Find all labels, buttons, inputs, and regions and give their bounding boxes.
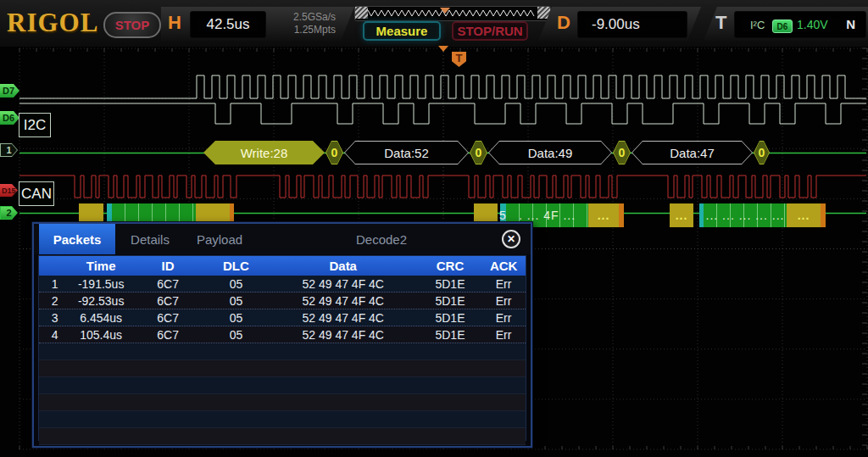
tab-packets[interactable]: Packets bbox=[39, 224, 115, 254]
acquisition-info: 2.5GSa/s 1.25Mpts bbox=[293, 11, 336, 36]
trigger-position-icon bbox=[440, 8, 450, 14]
can-decode-segment-yellow: ... bbox=[787, 203, 821, 227]
horizontal-settings[interactable]: H 42.5us 2.5GSa/s 1.25Mpts bbox=[161, 7, 354, 41]
table-cell: -191.5us bbox=[70, 277, 131, 291]
channel-tag-d15[interactable]: D15 bbox=[0, 184, 18, 197]
packet-table-body: 1-191.5us6C70552 49 47 4F 4C5D1EErr2-92.… bbox=[39, 276, 526, 445]
panel-tab-bar: PacketsDetailsPayloadDecode2 bbox=[34, 224, 531, 254]
table-cell: 5D1E bbox=[419, 328, 482, 342]
brand-logo: RIGOL bbox=[7, 8, 98, 38]
table-cell: 52 49 47 4F 4C bbox=[268, 277, 419, 291]
trigger-type: I²C bbox=[750, 19, 765, 31]
trigger-settings[interactable]: T I²C D6 1.40V N bbox=[704, 7, 868, 41]
i2c-decode-text: 0 bbox=[470, 142, 487, 164]
delay-box[interactable]: -9.00us bbox=[577, 11, 687, 38]
column-header-ack: ACK bbox=[481, 259, 526, 273]
top-bar: RIGOL STOP H 42.5us 2.5GSa/s 1.25Mpts Me… bbox=[0, 0, 868, 47]
can-decode-segment-green: ... ... ... ... ... bbox=[704, 203, 787, 227]
trigger-marker-icon[interactable]: T bbox=[452, 52, 466, 67]
i2c-decode-bubble-ack: 0 bbox=[326, 141, 343, 164]
channel-tag-d6[interactable]: D6 bbox=[0, 111, 19, 125]
table-cell: 52 49 47 4F 4C bbox=[268, 294, 419, 308]
trigger-box[interactable]: I²C D6 1.40V N bbox=[734, 11, 866, 38]
channel-tag-d7[interactable]: D7 bbox=[0, 84, 19, 98]
close-icon[interactable]: ✕ bbox=[502, 230, 520, 248]
table-cell: 05 bbox=[204, 328, 268, 342]
can-decode-segment-orange bbox=[619, 203, 624, 227]
table-cell: 5D1E bbox=[419, 277, 482, 291]
delay-settings[interactable]: D -9.00us bbox=[538, 7, 701, 41]
decode-table-panel: PacketsDetailsPayloadDecode2 ✕ TimeIDDLC… bbox=[32, 222, 532, 448]
can-decode-segment-yellow: ... bbox=[588, 203, 619, 227]
i2c-decode-bubble-ack: 0 bbox=[754, 141, 770, 164]
table-cell: Err bbox=[481, 328, 526, 342]
preview-zigzag bbox=[368, 7, 536, 20]
empty-table-row bbox=[39, 428, 526, 445]
i2c-decode-bubble-ack: 0 bbox=[470, 141, 487, 164]
i2c-decode-text: 0 bbox=[326, 142, 342, 164]
measure-button[interactable]: Measure bbox=[363, 21, 441, 41]
table-cell: 6.454us bbox=[70, 311, 131, 325]
i2c-decode-text: Write:28 bbox=[203, 141, 325, 164]
table-row[interactable]: 4105.4us6C70552 49 47 4F 4C5D1EErr bbox=[39, 326, 526, 343]
table-cell: 105.4us bbox=[70, 328, 131, 342]
table-cell: 2 bbox=[39, 294, 70, 308]
empty-table-row bbox=[39, 411, 526, 428]
tab-decode2[interactable]: Decode2 bbox=[349, 224, 414, 254]
waveform-preview-strip[interactable] bbox=[354, 6, 551, 21]
trigger-sweep-mode: N bbox=[846, 17, 855, 31]
oscilloscope-screen: RIGOL STOP H 42.5us 2.5GSa/s 1.25Mpts Me… bbox=[0, 0, 868, 457]
preview-left-cap bbox=[355, 7, 368, 19]
table-cell: 6C7 bbox=[131, 294, 204, 308]
table-cell: -92.53us bbox=[70, 294, 131, 308]
table-cell: 4 bbox=[39, 328, 70, 342]
i2c-decode-bubble-data: Data:49 bbox=[488, 141, 612, 164]
table-row[interactable]: 2-92.53us6C70552 49 47 4F 4C5D1EErr bbox=[39, 293, 526, 309]
table-cell: 6C7 bbox=[131, 311, 204, 325]
memory-depth: 1.25Mpts bbox=[293, 24, 336, 36]
i2c-decode-text: Data:49 bbox=[489, 142, 611, 164]
column-header-data: Data bbox=[268, 259, 419, 273]
table-cell: 52 49 47 4F 4C bbox=[268, 328, 419, 342]
can-decode-segment-yellow: ... bbox=[670, 203, 693, 227]
tab-payload[interactable]: Payload bbox=[190, 224, 249, 254]
sample-rate: 2.5GSa/s bbox=[293, 11, 336, 24]
table-row[interactable]: 1-191.5us6C70552 49 47 4F 4C5D1EErr bbox=[39, 276, 526, 293]
table-cell: 1 bbox=[39, 277, 70, 291]
table-cell: 52 49 47 4F 4C bbox=[268, 311, 419, 325]
i2c-decode-text: Data:52 bbox=[345, 142, 468, 164]
timebase-value: 42.5us bbox=[191, 16, 265, 33]
table-cell: 5D1E bbox=[419, 311, 482, 325]
table-cell: Err bbox=[481, 294, 526, 308]
bus-label-can: CAN bbox=[19, 181, 54, 206]
run-state-badge[interactable]: STOP bbox=[103, 12, 161, 38]
table-cell: 6C7 bbox=[131, 277, 204, 291]
trigger-icon: T bbox=[715, 12, 726, 34]
table-cell: 05 bbox=[204, 277, 268, 291]
tab-details[interactable]: Details bbox=[122, 224, 178, 254]
timebase-box[interactable]: 42.5us bbox=[190, 11, 266, 38]
empty-table-row bbox=[39, 343, 526, 360]
horizontal-icon: H bbox=[168, 12, 181, 34]
i2c-decode-bubble-ack: 0 bbox=[613, 141, 631, 164]
trigger-source-badge: D6 bbox=[772, 20, 793, 33]
stop-run-button[interactable]: STOP/RUN bbox=[452, 21, 528, 41]
column-header-dlc: DLC bbox=[204, 259, 268, 273]
can-decode-segment-orange bbox=[821, 203, 826, 227]
bus-label-i2c: I2C bbox=[19, 113, 51, 137]
table-cell: 5D1E bbox=[419, 294, 482, 308]
i2c-decode-bubble-data: Data:47 bbox=[632, 141, 753, 164]
i2c-decode-bubble-addr: Write:28 bbox=[203, 141, 325, 164]
i2c-decode-text: Data:47 bbox=[632, 142, 752, 164]
packet-table-header: TimeIDDLCDataCRCACK bbox=[39, 256, 526, 276]
empty-table-row bbox=[39, 360, 526, 377]
i2c-decode-bubble-data: Data:52 bbox=[344, 141, 469, 164]
trigger-marker-triangle-icon[interactable] bbox=[438, 46, 448, 52]
table-cell: 6C7 bbox=[131, 328, 204, 342]
table-cell: 05 bbox=[204, 294, 268, 308]
table-cell: 05 bbox=[204, 311, 268, 325]
table-cell: 3 bbox=[39, 311, 70, 325]
table-row[interactable]: 36.454us6C70552 49 47 4F 4C5D1EErr bbox=[39, 309, 526, 326]
column-header-crc: CRC bbox=[419, 259, 482, 273]
delay-icon: D bbox=[557, 12, 570, 34]
